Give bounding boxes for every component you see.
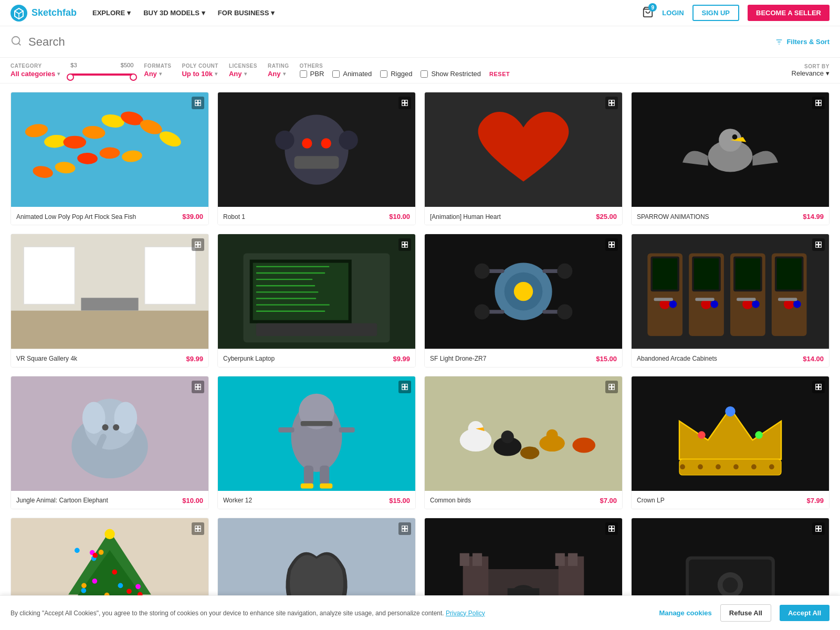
pbr-checkbox-label[interactable]: PBR: [300, 70, 324, 78]
product-card[interactable]: [Animation] Human Heart $25.00: [424, 92, 623, 225]
svg-point-173: [769, 464, 774, 469]
svg-rect-174: [816, 384, 818, 386]
svg-rect-56: [195, 242, 198, 245]
manage-cookies-button[interactable]: Manage cookies: [659, 609, 711, 617]
svg-rect-40: [612, 103, 615, 106]
cart-button[interactable]: 9: [642, 6, 654, 19]
svg-rect-141: [301, 483, 313, 488]
svg-rect-23: [195, 103, 198, 106]
buy3d-nav-link[interactable]: BUY 3D MODELS ▾: [143, 9, 205, 17]
svg-rect-66: [256, 279, 313, 280]
view-in-3d-icon: [812, 522, 825, 535]
svg-rect-21: [195, 100, 198, 103]
view-in-3d-icon: [605, 522, 618, 535]
svg-rect-39: [609, 103, 612, 106]
others-filter: OTHERS PBR Animated Rigged Show Restrict…: [300, 63, 510, 78]
polycount-dropdown[interactable]: Up to 10k ▾: [182, 70, 218, 78]
product-card[interactable]: VR Square Gallery 4k $9.99: [10, 234, 209, 367]
view-in-3d-icon: [605, 381, 618, 393]
svg-rect-140: [320, 465, 329, 484]
svg-rect-102: [694, 258, 719, 289]
product-card[interactable]: SPARROW ANIMATIONS $14.99: [631, 92, 830, 225]
show-restricted-checkbox-label[interactable]: Show Restricted: [421, 70, 481, 78]
pbr-checkbox[interactable]: [300, 70, 307, 78]
reset-button[interactable]: RESET: [489, 71, 510, 77]
product-card[interactable]: Abandoned Arcade Cabinets $14.00: [631, 234, 830, 367]
product-card[interactable]: Cyberpunk Laptop $9.99: [217, 234, 416, 367]
refuse-all-button[interactable]: Refuse All: [720, 604, 771, 622]
card-title: Crown LP: [637, 497, 802, 504]
licenses-dropdown[interactable]: Any ▾: [229, 70, 257, 78]
card-title: Robot 1: [223, 213, 385, 220]
product-card[interactable]: Crown LP $7.99: [631, 376, 830, 509]
product-card[interactable]: Jungle Animal: Cartoon Elephant $10.00: [10, 376, 209, 509]
search-input[interactable]: [28, 35, 775, 49]
rigged-checkbox[interactable]: [380, 70, 387, 78]
signup-button[interactable]: SIGN UP: [692, 5, 739, 21]
explore-nav-link[interactable]: EXPLORE ▾: [92, 9, 131, 17]
rigged-checkbox-label[interactable]: Rigged: [380, 70, 412, 78]
logo-text: Sketchfab: [32, 7, 77, 18]
svg-rect-142: [320, 483, 332, 488]
filters-sort-button[interactable]: Filters & Sort: [775, 38, 830, 46]
category-filter: CATEGORY All categories ▾: [10, 63, 60, 78]
svg-rect-33: [405, 100, 408, 103]
svg-rect-38: [612, 100, 615, 103]
product-card[interactable]: SF Light Drone-ZR7 $15.00: [424, 234, 623, 367]
card-price: $7.00: [600, 497, 617, 505]
card-title: Cyberpunk Laptop: [223, 355, 388, 362]
chevron-down-icon: ▾: [215, 71, 217, 77]
search-icon: [10, 35, 22, 47]
formats-dropdown[interactable]: Any ▾: [144, 70, 171, 78]
show-restricted-checkbox[interactable]: [421, 70, 428, 78]
svg-point-188: [81, 583, 87, 588]
svg-rect-35: [405, 103, 408, 106]
svg-point-104: [710, 300, 718, 308]
rating-dropdown[interactable]: Any ▾: [268, 70, 289, 78]
business-nav-link[interactable]: FOR BUSINESS ▾: [218, 9, 275, 17]
svg-rect-228: [816, 529, 818, 532]
svg-point-155: [572, 437, 595, 453]
login-button[interactable]: LOGIN: [662, 9, 684, 17]
chevron-down-icon: ▾: [283, 71, 286, 77]
svg-point-80: [514, 282, 533, 301]
category-dropdown[interactable]: All categories ▾: [10, 70, 60, 78]
sort-by-group: SORT BY Relevance ▾: [792, 64, 830, 77]
become-seller-button[interactable]: BECOME A SELLER: [748, 5, 830, 21]
svg-rect-68: [256, 291, 319, 292]
product-card[interactable]: Robot 1 $10.00: [217, 92, 416, 225]
search-bar: Filters & Sort: [0, 26, 840, 58]
svg-rect-96: [653, 258, 677, 289]
price-slider-min-thumb[interactable]: [67, 74, 74, 81]
accept-all-button[interactable]: Accept All: [780, 605, 830, 621]
product-card[interactable]: Animated Low Poly Pop Art Flock Sea Fish…: [10, 92, 209, 225]
sort-dropdown[interactable]: Relevance ▾: [792, 69, 830, 77]
svg-rect-226: [816, 526, 818, 529]
product-card[interactable]: Worker 12 $15.00: [217, 376, 416, 509]
svg-point-127: [102, 424, 108, 430]
svg-rect-119: [819, 242, 822, 245]
nav-links: EXPLORE ▾ BUY 3D MODELS ▾ FOR BUSINESS ▾: [92, 9, 642, 17]
svg-rect-143: [402, 384, 405, 386]
animated-checkbox-label[interactable]: Animated: [332, 70, 372, 78]
price-slider-max-thumb[interactable]: [130, 74, 137, 81]
card-price: $39.00: [182, 213, 203, 220]
card-price: $14.99: [803, 213, 824, 220]
svg-rect-75: [402, 245, 405, 248]
privacy-policy-link[interactable]: Privacy Policy: [446, 610, 485, 617]
product-card[interactable]: Common birds $7.00: [424, 376, 623, 509]
card-image-wrap: [218, 376, 415, 492]
card-image-wrap: [632, 376, 829, 492]
price-slider[interactable]: [70, 70, 133, 79]
svg-point-31: [339, 131, 358, 150]
card-image-wrap: [11, 234, 208, 350]
card-title: [Animation] Human Heart: [430, 213, 592, 220]
logo[interactable]: Sketchfab: [10, 5, 77, 22]
view-in-3d-icon: [192, 381, 204, 393]
animated-checkbox[interactable]: [332, 70, 340, 78]
svg-rect-217: [612, 526, 615, 529]
svg-rect-69: [256, 298, 316, 299]
svg-point-166: [698, 431, 706, 439]
chevron-down-icon: ▾: [244, 71, 247, 77]
svg-rect-198: [195, 526, 198, 529]
